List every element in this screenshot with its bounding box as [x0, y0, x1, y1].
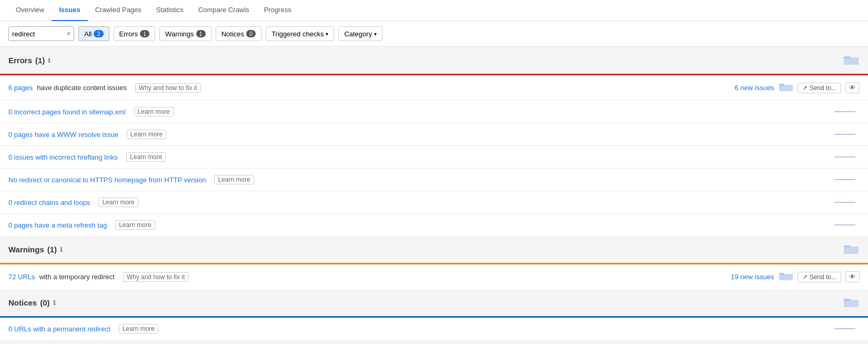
- category-label: Category: [344, 30, 372, 38]
- clear-search-icon[interactable]: ×: [67, 30, 70, 37]
- notices-filter-button[interactable]: Notices 0: [216, 26, 261, 41]
- tab-progress[interactable]: Progress: [257, 0, 299, 21]
- issue-row-www: 0 pages have a WWW resolve issue Learn m…: [0, 123, 868, 146]
- filter-bar: × All 2 Errors 1 Warnings 1 Notices 0 Tr…: [0, 21, 868, 47]
- tab-compare-crawls[interactable]: Compare Crawls: [191, 0, 257, 21]
- issue-link-https-redirect[interactable]: No redirect or canonical to HTTPS homepa…: [8, 176, 206, 184]
- issue-left-www: 0 pages have a WWW resolve issue Learn m…: [8, 130, 754, 139]
- send-to-arrow-icon2: ↗: [802, 273, 808, 281]
- warnings-count-badge: 1: [196, 30, 206, 37]
- issue-row-meta-refresh: 0 pages have a meta refresh tag Learn mo…: [0, 214, 868, 236]
- errors-info-icon[interactable]: ℹ: [48, 57, 51, 64]
- dash-permanent-redirect: [834, 328, 855, 329]
- issue-right-https: [754, 179, 860, 180]
- triggered-checks-dropdown[interactable]: Triggered checks ▾: [266, 26, 334, 41]
- issue-link-6pages[interactable]: 6 pages: [8, 84, 33, 92]
- issue-link-www[interactable]: 0 pages have a WWW resolve issue: [8, 131, 118, 139]
- learn-more-temp-redirect[interactable]: Why and how to fix it: [123, 272, 189, 282]
- folder-icon-duplicate-content: [779, 82, 793, 94]
- warnings-header-left: Warnings (1) ℹ: [8, 245, 63, 254]
- notices-folder-icon: [843, 296, 860, 310]
- issue-row-redirect-chains: 0 redirect chains and loops Learn more: [0, 191, 868, 214]
- svg-rect-4: [844, 247, 859, 254]
- issue-right-redirect-chains: [754, 202, 860, 203]
- dash-meta-refresh: [834, 224, 855, 225]
- issue-right-permanent-redirect: [754, 328, 860, 329]
- issue-row-sitemap: 0 incorrect pages found in sitemap.xml L…: [0, 101, 868, 123]
- notices-count: (0): [40, 298, 49, 307]
- new-issues-temp-redirect: 19 new issues: [731, 273, 774, 281]
- issue-right-temp-redirect: 19 new issues ↗ Send to... 👁: [731, 271, 860, 283]
- search-input[interactable]: [12, 30, 65, 38]
- notices-section-header: Notices (0) ℹ: [0, 289, 868, 316]
- learn-more-www[interactable]: Learn more: [127, 130, 166, 139]
- top-navigation: Overview Issues Crawled Pages Statistics…: [0, 0, 868, 21]
- notices-title: Notices: [8, 298, 37, 307]
- issue-row-temp-redirect: 72 URLs with a temporary redirect Why an…: [0, 264, 868, 289]
- svg-rect-8: [844, 300, 859, 307]
- warnings-section-header: Warnings (1) ℹ: [0, 236, 868, 263]
- issue-link-redirect-chains[interactable]: 0 redirect chains and loops: [8, 199, 90, 207]
- issue-left-hreflang: 0 issues with incorrect hreflang links L…: [8, 152, 754, 162]
- tab-crawled-pages[interactable]: Crawled Pages: [88, 0, 149, 21]
- errors-filter-button[interactable]: Errors 1: [114, 26, 156, 41]
- svg-rect-5: [844, 245, 850, 248]
- issue-right-meta-refresh: [754, 224, 860, 225]
- search-box: ×: [8, 26, 74, 41]
- issue-link-meta-refresh[interactable]: 0 pages have a meta refresh tag: [8, 221, 107, 229]
- learn-more-sitemap[interactable]: Learn more: [134, 107, 174, 116]
- issue-row-duplicate-content: 6 pages have duplicate content issues Wh…: [0, 75, 868, 101]
- issue-row-https-redirect: No redirect or canonical to HTTPS homepa…: [0, 169, 868, 191]
- warnings-filter-button[interactable]: Warnings 1: [159, 26, 211, 41]
- dash-redirect-chains: [834, 202, 855, 203]
- svg-rect-1: [844, 56, 850, 58]
- tab-issues[interactable]: Issues: [52, 0, 87, 21]
- issue-right-sitemap: [754, 111, 860, 112]
- issue-left-sitemap: 0 incorrect pages found in sitemap.xml L…: [8, 107, 754, 116]
- issue-left-redirect-chains: 0 redirect chains and loops Learn more: [8, 198, 754, 207]
- send-to-button-duplicate-content[interactable]: ↗ Send to...: [798, 83, 841, 93]
- learn-more-hreflang[interactable]: Learn more: [126, 152, 166, 162]
- learn-more-duplicate-content[interactable]: Why and how to fix it: [135, 83, 201, 93]
- issue-row-permanent-redirect: 0 URLs with a permanent redirect Learn m…: [0, 318, 868, 340]
- learn-more-meta-refresh[interactable]: Learn more: [115, 220, 155, 230]
- category-dropdown[interactable]: Category ▾: [338, 26, 382, 41]
- issue-left-temp-redirect: 72 URLs with a temporary redirect Why an…: [8, 272, 731, 282]
- eye-button-duplicate-content[interactable]: 👁: [845, 82, 860, 93]
- learn-more-permanent-redirect[interactable]: Learn more: [119, 324, 158, 333]
- dash-www: [834, 134, 855, 135]
- issue-link-hreflang[interactable]: 0 issues with incorrect hreflang links: [8, 153, 118, 161]
- errors-count-badge: 1: [140, 30, 149, 37]
- issue-right-duplicate-content: 6 new issues ↗ Send to... 👁: [734, 82, 860, 94]
- tab-statistics[interactable]: Statistics: [149, 0, 191, 21]
- dash-sitemap: [834, 111, 855, 112]
- learn-more-redirect-chains[interactable]: Learn more: [98, 198, 138, 207]
- notices-info-icon[interactable]: ℹ: [53, 299, 56, 307]
- warnings-issues-list: 72 URLs with a temporary redirect Why an…: [0, 264, 868, 289]
- triggered-checks-label: Triggered checks: [271, 30, 324, 38]
- send-to-button-temp-redirect[interactable]: ↗ Send to...: [798, 272, 841, 282]
- issue-link-permanent-redirect[interactable]: 0 URLs with a permanent redirect: [8, 325, 110, 333]
- notices-count-badge: 0: [246, 30, 256, 37]
- notices-label: Notices: [221, 30, 244, 38]
- notices-header-left: Notices (0) ℹ: [8, 298, 56, 307]
- issue-desc-duplicate-content: have duplicate content issues: [37, 84, 127, 92]
- category-chevron-icon: ▾: [374, 31, 377, 37]
- eye-button-temp-redirect[interactable]: 👁: [845, 271, 860, 282]
- issue-desc-temp-redirect: with a temporary redirect: [39, 273, 115, 281]
- tab-overview[interactable]: Overview: [8, 0, 52, 21]
- warnings-info-icon[interactable]: ℹ: [60, 246, 63, 253]
- learn-more-https[interactable]: Learn more: [214, 175, 254, 184]
- issue-link-72urls[interactable]: 72 URLs: [8, 273, 35, 281]
- issue-right-www: [754, 134, 860, 135]
- send-to-label2: Send to...: [810, 273, 836, 281]
- dash-https: [834, 179, 855, 180]
- all-filter-button[interactable]: All 2: [78, 26, 109, 41]
- send-to-arrow-icon: ↗: [802, 84, 808, 92]
- svg-rect-9: [844, 299, 850, 301]
- notices-issues-list: 0 URLs with a permanent redirect Learn m…: [0, 318, 868, 340]
- dash-hreflang: [834, 156, 855, 158]
- issue-link-sitemap[interactable]: 0 incorrect pages found in sitemap.xml: [8, 108, 126, 116]
- warnings-folder-icon: [843, 242, 860, 257]
- warnings-count: (1): [47, 245, 57, 254]
